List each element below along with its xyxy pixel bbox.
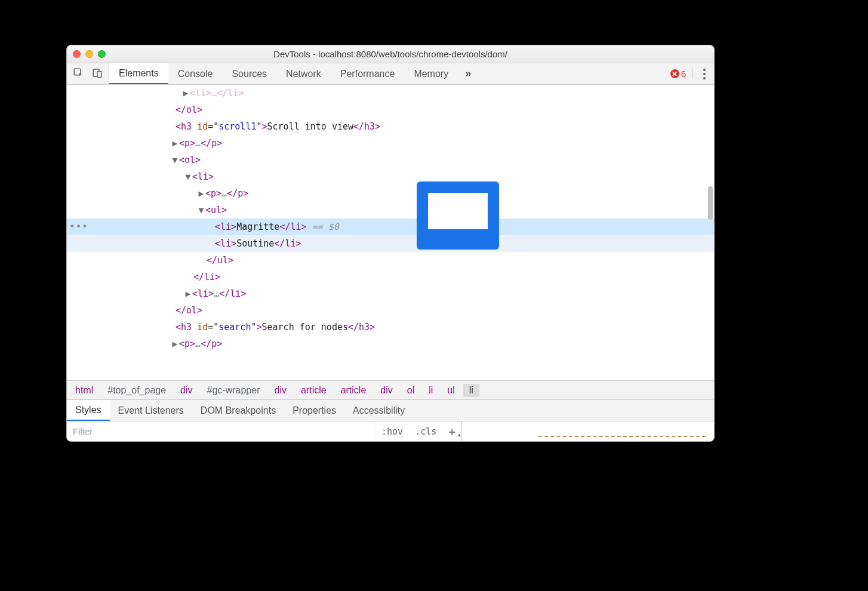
breadcrumb-item[interactable]: li: [463, 384, 479, 397]
styles-filter-row: :hov .cls +: [67, 421, 714, 441]
dom-tree-panel: ▶<li>…</li></ol><h3 id="scroll1">Scroll …: [67, 85, 714, 380]
subtab-event-listeners[interactable]: Event Listeners: [110, 400, 192, 421]
dom-node-line[interactable]: <h3 id="scroll1">Scroll into view</h3>: [67, 118, 714, 135]
device-toolbar-icon[interactable]: [92, 67, 103, 81]
dom-node-line[interactable]: ▶<p>…</p>: [67, 135, 714, 152]
dom-breadcrumbs: html#top_of_pagediv#gc-wrapperdivarticle…: [67, 380, 714, 399]
expand-arrow-icon[interactable]: ▼: [171, 152, 179, 168]
breadcrumb-item[interactable]: li: [423, 384, 439, 397]
svg-rect-2: [97, 71, 101, 77]
breadcrumb-item[interactable]: div: [174, 384, 198, 397]
breadcrumb-item[interactable]: html: [69, 384, 99, 397]
styles-filter-input[interactable]: [67, 421, 375, 441]
expand-arrow-icon[interactable]: ▶: [171, 335, 179, 352]
styles-filter-buttons: :hov .cls +: [375, 421, 461, 441]
breadcrumb-item[interactable]: div: [269, 384, 293, 397]
expand-arrow-icon[interactable]: ▶: [171, 135, 179, 152]
dom-node-line[interactable]: </ul>: [67, 252, 714, 269]
new-style-rule-button[interactable]: +: [442, 424, 461, 439]
tab-console[interactable]: Console: [168, 63, 223, 84]
traffic-lights: [73, 50, 106, 58]
error-icon: ✕: [670, 69, 679, 78]
minimize-window-button[interactable]: [85, 50, 93, 58]
breadcrumb-item[interactable]: ul: [441, 384, 460, 397]
expand-arrow-icon[interactable]: ▶: [181, 85, 190, 101]
subtab-properties[interactable]: Properties: [284, 400, 344, 421]
breadcrumb-item[interactable]: div: [374, 384, 398, 397]
crop-indicator-overlay: [417, 181, 499, 250]
inspect-element-icon[interactable]: [73, 67, 84, 81]
dom-node-line[interactable]: </li>: [67, 269, 714, 285]
tabs-overflow-icon[interactable]: »: [458, 67, 478, 80]
more-options-icon[interactable]: [698, 69, 710, 79]
breadcrumb-item[interactable]: article: [295, 384, 333, 397]
subtab-accessibility[interactable]: Accessibility: [344, 400, 413, 421]
dom-node-line[interactable]: •••<li>Magritte</li> == $0: [67, 218, 714, 235]
box-model-fragment: [538, 436, 706, 439]
dom-node-line[interactable]: ▼<ul>: [67, 202, 714, 218]
scrollbar-thumb[interactable]: [708, 186, 713, 220]
toggle-class-button[interactable]: .cls: [409, 426, 442, 437]
devtools-window: DevTools - localhost:8080/web/tools/chro…: [66, 45, 715, 442]
dom-node-line[interactable]: </ol>: [67, 101, 714, 118]
dom-node-line[interactable]: ▼<ol>: [67, 152, 714, 168]
error-indicator[interactable]: ✕ 6: [670, 69, 692, 79]
window-title: DevTools - localhost:8080/web/tools/chro…: [67, 49, 714, 59]
dom-node-line[interactable]: ▶<p>…</p>: [67, 185, 714, 202]
expand-arrow-icon[interactable]: ▶: [197, 185, 205, 202]
subtab-styles[interactable]: Styles: [67, 400, 110, 421]
expand-arrow-icon[interactable]: ▼: [184, 168, 192, 185]
tab-performance[interactable]: Performance: [331, 63, 405, 84]
dom-node-line[interactable]: ▶<li>…</li>: [67, 285, 714, 302]
tab-network[interactable]: Network: [276, 63, 331, 84]
dom-node-line[interactable]: <h3 id="search">Search for nodes</h3>: [67, 319, 714, 335]
breadcrumb-item[interactable]: #top_of_page: [101, 384, 172, 397]
tab-sources[interactable]: Sources: [222, 63, 276, 84]
breadcrumb-item[interactable]: #gc-wrapper: [201, 384, 266, 397]
toolbar-icons: [67, 63, 109, 84]
dom-node-line[interactable]: <li>Soutine</li>: [67, 235, 714, 252]
styles-subtabs: Styles Event Listeners DOM Breakpoints P…: [67, 399, 714, 421]
titlebar: DevTools - localhost:8080/web/tools/chro…: [67, 45, 714, 63]
dom-node-line[interactable]: ▶<li>…</li>: [67, 85, 714, 101]
subtab-dom-breakpoints[interactable]: DOM Breakpoints: [192, 400, 284, 421]
zoom-window-button[interactable]: [98, 50, 106, 58]
breadcrumb-item[interactable]: ol: [401, 384, 420, 397]
selected-row-indicator-icon: •••: [69, 218, 88, 235]
dom-node-line[interactable]: </ol>: [67, 302, 714, 319]
expand-arrow-icon[interactable]: ▶: [184, 285, 192, 302]
toggle-hover-button[interactable]: :hov: [375, 426, 409, 437]
main-tabs: Elements Console Sources Network Perform…: [67, 63, 714, 85]
styles-right-pane: [461, 421, 714, 441]
close-window-button[interactable]: [73, 50, 81, 58]
dom-tree[interactable]: ▶<li>…</li></ol><h3 id="scroll1">Scroll …: [67, 85, 714, 352]
tab-elements[interactable]: Elements: [109, 63, 168, 84]
expand-arrow-icon[interactable]: ▼: [197, 202, 205, 218]
tab-memory[interactable]: Memory: [404, 63, 458, 84]
plus-icon: +: [448, 424, 455, 439]
breadcrumb-item[interactable]: article: [335, 384, 373, 397]
dom-node-line[interactable]: ▶<p>…</p>: [67, 335, 714, 352]
dom-node-line[interactable]: ▼<li>: [67, 168, 714, 185]
error-count: 6: [681, 69, 686, 79]
